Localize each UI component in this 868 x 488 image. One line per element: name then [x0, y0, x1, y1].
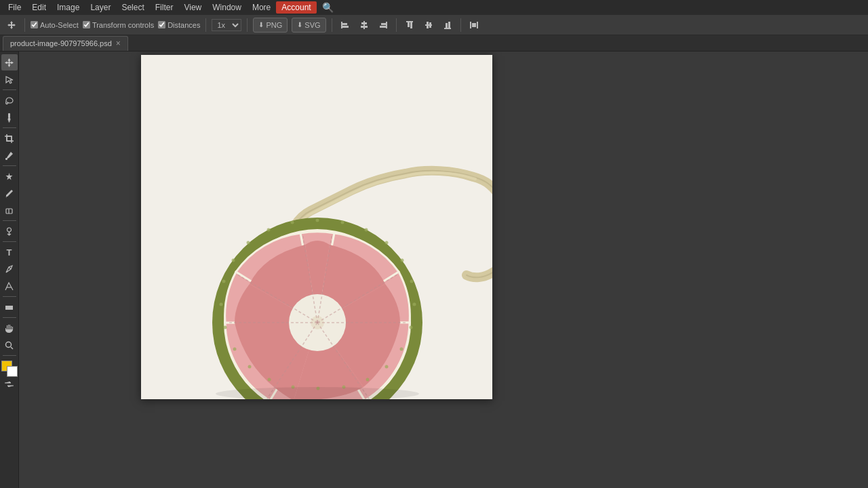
menu-more[interactable]: More [247, 1, 276, 14]
tool-eraser[interactable] [1, 202, 18, 218]
svg-point-62 [232, 259, 235, 262]
svg-point-34 [6, 342, 12, 347]
toolbox-separator-3 [3, 165, 16, 166]
svg-rect-12 [410, 22, 412, 28]
tool-move[interactable] [1, 54, 18, 70]
tool-anchor[interactable] [1, 278, 18, 294]
menu-image[interactable]: Image [52, 1, 85, 14]
transform-controls-input[interactable] [83, 21, 90, 28]
svg-point-64 [267, 228, 271, 232]
svg-point-24 [8, 117, 11, 121]
swap-colors-btn[interactable] [4, 380, 14, 390]
zoom-select[interactable]: 1x 2x 0.5x [212, 19, 241, 31]
distribute-button[interactable] [467, 18, 481, 33]
toolbar-divider-2 [205, 18, 206, 32]
menu-filter[interactable]: Filter [150, 1, 179, 14]
auto-select-checkbox[interactable]: Auto-Select [31, 21, 79, 29]
distances-input[interactable] [158, 21, 165, 28]
tool-select-transform[interactable] [1, 71, 18, 87]
toolbox-separator-5 [3, 241, 16, 242]
svg-marker-0 [7, 21, 16, 29]
tool-heal[interactable] [1, 168, 18, 184]
align-right-button[interactable] [376, 18, 391, 33]
tool-shape-rect[interactable] [1, 299, 18, 315]
menu-layer[interactable]: Layer [85, 1, 116, 14]
canvas-area[interactable] [19, 52, 868, 488]
toolbox-separator-2 [3, 127, 16, 128]
toolbox-separator-8 [3, 355, 16, 356]
align-middle-button[interactable] [421, 18, 436, 33]
svg-rect-26 [7, 136, 12, 141]
svg-rect-3 [342, 26, 349, 28]
tool-lasso[interactable] [1, 92, 18, 108]
svg-point-43 [341, 221, 344, 224]
background-color-swatch[interactable] [7, 366, 18, 377]
svg-marker-22 [5, 58, 14, 67]
search-icon[interactable]: 🔍 [319, 1, 336, 14]
tool-crop[interactable] [1, 130, 18, 146]
tool-zoom[interactable] [1, 337, 18, 353]
tool-hand[interactable] [1, 320, 18, 336]
svg-point-44 [365, 228, 368, 232]
svg-point-65 [291, 221, 294, 224]
menu-edit[interactable]: Edit [26, 1, 52, 14]
toolbox-separator-6 [3, 296, 16, 297]
menu-account[interactable]: Account [276, 1, 316, 14]
svg-point-56 [268, 378, 271, 382]
svg-rect-15 [429, 22, 431, 28]
tool-pencil[interactable] [1, 185, 18, 201]
tool-eyedropper[interactable] [1, 147, 18, 163]
menu-view[interactable]: View [178, 1, 207, 14]
svg-rect-6 [361, 26, 368, 28]
transform-controls-checkbox[interactable]: Transform controls [83, 21, 154, 29]
align-bottom-button[interactable] [440, 18, 455, 33]
export-svg-button[interactable]: ⬇ SVG [292, 18, 326, 33]
color-swatches [1, 361, 18, 377]
svg-point-49 [410, 326, 413, 329]
svg-point-61 [222, 280, 226, 283]
tool-text[interactable]: T [1, 244, 18, 260]
toolbar: Auto-Select Transform controls Distances… [0, 15, 868, 35]
tab-close-button[interactable]: × [116, 39, 121, 47]
toolbar-divider-4 [332, 18, 332, 32]
svg-rect-5 [361, 22, 367, 24]
toolbox: T [0, 52, 19, 488]
svg-point-52 [366, 378, 370, 382]
menu-window[interactable]: Window [207, 1, 247, 14]
menu-bar: File Edit Image Layer Select Filter View… [0, 0, 868, 15]
move-tool-icon[interactable] [4, 18, 19, 33]
svg-rect-17 [446, 23, 448, 28]
svg-point-51 [385, 365, 389, 369]
tool-brush[interactable] [1, 109, 18, 125]
tool-clone[interactable] [1, 223, 18, 239]
auto-select-input[interactable] [31, 21, 38, 28]
toolbox-separator-4 [3, 220, 16, 221]
svg-point-46 [401, 259, 404, 262]
svg-point-42 [316, 219, 319, 222]
svg-rect-18 [448, 22, 450, 28]
svg-point-60 [220, 303, 223, 306]
svg-point-48 [413, 303, 416, 306]
align-center-button[interactable] [357, 18, 372, 33]
svg-rect-20 [477, 22, 478, 28]
svg-rect-23 [8, 113, 10, 118]
export-png-button[interactable]: ⬇ PNG [253, 18, 288, 33]
align-left-button[interactable] [338, 18, 353, 33]
toolbox-separator-7 [3, 317, 16, 318]
align-top-button[interactable] [402, 18, 417, 33]
svg-point-58 [233, 348, 237, 351]
svg-rect-7 [386, 22, 387, 28]
tab-bar: product-image-907975966.psd × [0, 35, 868, 52]
svg-rect-16 [444, 28, 451, 29]
menu-file[interactable]: File [3, 1, 26, 14]
menu-select[interactable]: Select [116, 1, 149, 14]
svg-rect-14 [427, 22, 429, 28]
svg-point-45 [385, 241, 389, 245]
document-tab[interactable]: product-image-907975966.psd × [3, 36, 128, 51]
citrus-bag-illustration [141, 55, 492, 399]
svg-rect-11 [408, 22, 410, 27]
svg-rect-25 [9, 121, 10, 123]
svg-point-47 [410, 280, 414, 283]
tool-pen[interactable] [1, 261, 18, 277]
distances-checkbox[interactable]: Distances [158, 21, 200, 29]
